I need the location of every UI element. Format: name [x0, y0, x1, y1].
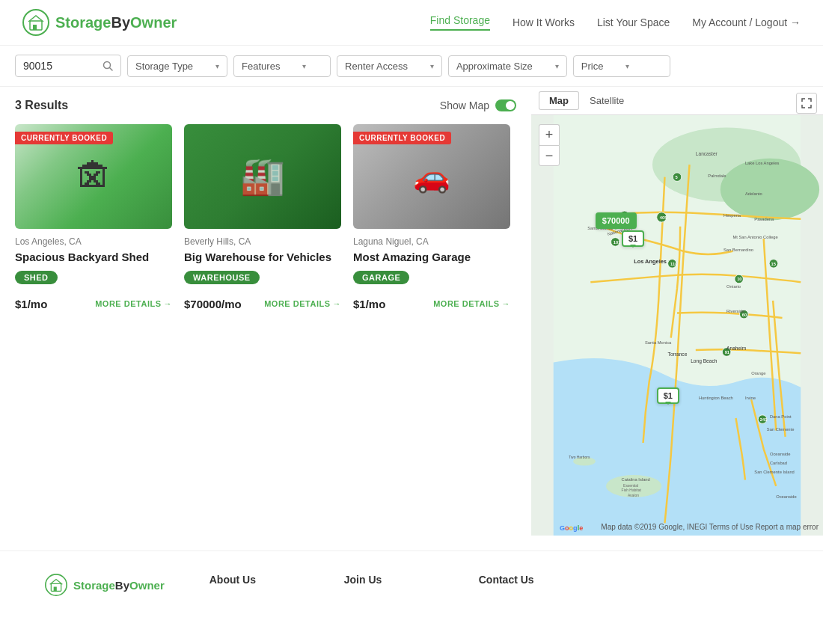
search-bar: Storage Type ▾ Features ▾ Renter Access … — [0, 46, 823, 87]
listing-title-2: Big Warehouse for Vehicles — [184, 250, 341, 265]
svg-point-7 — [720, 159, 819, 221]
svg-text:10: 10 — [737, 277, 741, 281]
zoom-out-button[interactable]: − — [539, 145, 560, 166]
map-footer-text: Map data ©2019 Google, INEGI Terms of Us… — [601, 523, 819, 531]
chevron-down-icon: ▾ — [302, 62, 306, 70]
search-icon — [103, 61, 113, 71]
svg-text:Hesperia: Hesperia — [723, 213, 741, 218]
listing-type-badge-3: GARAGE — [353, 271, 409, 284]
main-content: 3 Results Show Map CURRENTLY BOOKED Los … — [0, 87, 823, 536]
svg-text:Pasadena: Pasadena — [754, 217, 774, 221]
logo-text: StorageByOwner — [55, 14, 177, 31]
svg-text:Adelanto: Adelanto — [745, 191, 762, 196]
svg-line-4 — [110, 68, 113, 71]
map-pin-1a[interactable]: $1 — [622, 230, 644, 247]
map-pin-1b[interactable]: $1 — [657, 387, 679, 404]
results-panel: 3 Results Show Map CURRENTLY BOOKED Los … — [0, 87, 531, 536]
svg-text:Los Angeles: Los Angeles — [634, 258, 667, 265]
chevron-down-icon: ▾ — [555, 62, 559, 70]
svg-text:101: 101 — [614, 240, 621, 245]
show-map-label: Show Map — [440, 99, 489, 111]
svg-text:Catalina Island: Catalina Island — [622, 477, 650, 482]
listing-footer-3: $1/mo MORE DETAILS → — [353, 298, 510, 310]
price-dropdown[interactable]: Price ▾ — [573, 55, 670, 77]
listing-location-3: Laguna Niguel, CA — [353, 236, 510, 247]
listing-title-3: Most Amazing Garage — [353, 250, 510, 265]
svg-text:241: 241 — [760, 417, 768, 422]
footer-logo[interactable]: StorageByOwner — [45, 574, 165, 596]
listing-card-2[interactable]: Beverly Hills, CA Big Warehouse for Vehi… — [184, 124, 341, 310]
svg-text:Oceanside: Oceanside — [770, 452, 791, 456]
svg-text:Santa Monica: Santa Monica — [645, 340, 672, 345]
map-background: Catalina Island Essential Fish Habitat A… — [531, 115, 823, 536]
zoom-in-button[interactable]: + — [539, 124, 560, 145]
footer-about-us: About Us — [209, 574, 299, 592]
svg-point-0 — [23, 10, 49, 35]
map-tabs: Map Satellite — [531, 87, 823, 115]
svg-text:Anaheim: Anaheim — [726, 346, 747, 351]
main-nav: Find Storage How It Works List Your Spac… — [430, 14, 801, 31]
svg-text:Essential: Essential — [623, 484, 638, 488]
chevron-down-icon: ▾ — [430, 62, 434, 70]
svg-text:Orange: Orange — [751, 371, 765, 375]
listing-image-2 — [184, 124, 341, 229]
map-zoom-controls: + − — [539, 124, 560, 166]
map-pin-70000[interactable]: $70000 — [596, 212, 637, 229]
listing-image-1: CURRENTLY BOOKED — [15, 124, 172, 229]
footer-logo-text: StorageByOwner — [73, 579, 165, 592]
svg-rect-2 — [33, 25, 37, 30]
nav-how-it-works[interactable]: How It Works — [513, 16, 575, 28]
svg-text:Torrance: Torrance — [668, 352, 688, 357]
listing-type-badge-1: SHED — [15, 271, 58, 284]
svg-text:15: 15 — [771, 262, 777, 266]
map-panel: Map Satellite + − — [531, 87, 823, 536]
zip-search-wrap[interactable] — [15, 55, 121, 77]
svg-text:Lake Los Angeles: Lake Los Angeles — [745, 161, 780, 165]
svg-text:Long Beach: Long Beach — [691, 358, 718, 364]
footer-join-us: Join Us — [344, 574, 434, 592]
nav-find-storage[interactable]: Find Storage — [430, 14, 490, 31]
header: StorageByOwner Find Storage How It Works… — [0, 0, 823, 46]
svg-text:San Clemente Island: San Clemente Island — [754, 470, 795, 474]
nav-account-logout[interactable]: My Account / Logout → — [692, 16, 801, 28]
svg-text:Carlsbad: Carlsbad — [770, 461, 787, 465]
footer-logo-icon — [45, 574, 67, 596]
svg-text:Huntington Beach: Huntington Beach — [699, 396, 733, 400]
listing-price-1: $1/mo — [15, 298, 47, 310]
svg-text:Lancaster: Lancaster — [696, 151, 718, 156]
results-count: 3 Results — [15, 99, 68, 112]
svg-text:San Clemente: San Clemente — [767, 427, 795, 432]
approx-size-dropdown[interactable]: Approximate Size ▾ — [448, 55, 567, 77]
svg-text:Irvine: Irvine — [745, 396, 756, 400]
svg-text:Fish Habitat: Fish Habitat — [622, 488, 642, 492]
renter-access-dropdown[interactable]: Renter Access ▾ — [337, 55, 442, 77]
nav-list-space[interactable]: List Your Space — [597, 16, 670, 28]
currently-booked-badge-3: CURRENTLY BOOKED — [353, 132, 451, 144]
listing-card-3[interactable]: CURRENTLY BOOKED Laguna Niguel, CA Most … — [353, 124, 510, 310]
more-details-link-1[interactable]: MORE DETAILS → — [95, 299, 172, 308]
map-toggle-switch[interactable] — [495, 99, 516, 111]
svg-text:Google: Google — [560, 524, 583, 532]
more-details-link-3[interactable]: MORE DETAILS → — [433, 299, 510, 308]
show-map-toggle[interactable]: Show Map — [440, 99, 516, 111]
map-expand-button[interactable] — [796, 93, 817, 114]
logo[interactable]: StorageByOwner — [22, 9, 177, 36]
more-details-link-2[interactable]: MORE DETAILS → — [264, 299, 341, 308]
listing-card-1[interactable]: CURRENTLY BOOKED Los Angeles, CA Spaciou… — [15, 124, 172, 310]
tab-map[interactable]: Map — [539, 91, 579, 110]
tab-satellite[interactable]: Satellite — [579, 91, 634, 110]
arrow-right-icon: → — [502, 299, 511, 308]
zip-search-input[interactable] — [23, 60, 98, 72]
svg-text:Riverside: Riverside — [726, 309, 744, 313]
features-dropdown[interactable]: Features ▾ — [233, 55, 331, 77]
chevron-down-icon: ▾ — [625, 62, 629, 70]
currently-booked-badge-1: CURRENTLY BOOKED — [15, 132, 113, 144]
listing-footer-2: $70000/mo MORE DETAILS → — [184, 298, 341, 310]
footer-contact-us-title: Contact Us — [479, 574, 569, 586]
expand-icon — [801, 98, 812, 108]
listing-location-1: Los Angeles, CA — [15, 236, 172, 247]
storage-type-dropdown[interactable]: Storage Type ▾ — [127, 55, 227, 77]
svg-text:Oceanside: Oceanside — [776, 494, 797, 499]
listings-grid: CURRENTLY BOOKED Los Angeles, CA Spaciou… — [15, 124, 516, 310]
svg-text:Ontario: Ontario — [726, 284, 741, 289]
